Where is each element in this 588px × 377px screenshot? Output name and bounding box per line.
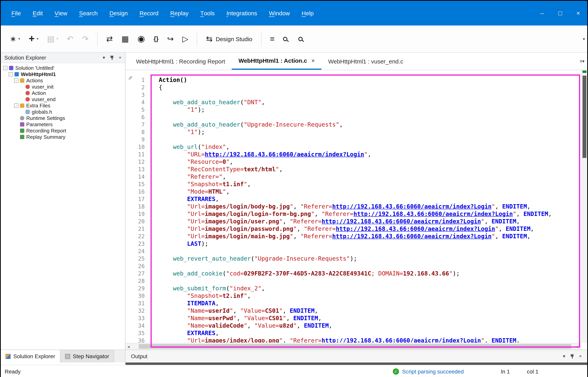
tree-item-globals-h[interactable]: globals.h: [1, 108, 125, 115]
tab-solution-explorer[interactable]: Solution Explorer: [1, 350, 60, 363]
menu-help[interactable]: Help: [296, 1, 320, 25]
step-button[interactable]: ↪: [164, 33, 177, 45]
tree-item-extra-files[interactable]: -Extra Files: [1, 102, 125, 108]
menu-file[interactable]: File: [5, 1, 27, 25]
run-button[interactable]: ▷: [179, 33, 192, 45]
minimize-button[interactable]: –: [533, 1, 551, 25]
tree-item-vuser-end[interactable]: vuser_end: [1, 96, 125, 102]
url-link[interactable]: http://192.168.43.66:6060/aeaicrm/index?…: [205, 151, 364, 158]
collapse-expander-icon[interactable]: -: [3, 66, 7, 70]
code-content[interactable]: -Action(){ web_add_auto_header("DNT", "1…: [159, 76, 580, 342]
tree-item-action[interactable]: Action: [1, 90, 125, 96]
horizontal-scroll-track[interactable]: [132, 343, 575, 350]
close-icon[interactable]: ×: [311, 57, 315, 64]
code-line[interactable]: "Url=images/login/body-bg.jpg", "Referer…: [159, 203, 580, 211]
code-line[interactable]: [159, 114, 580, 121]
close-button[interactable]: ×: [569, 1, 587, 25]
design-studio-button[interactable]: ⇆Design Studio: [202, 33, 256, 45]
recording-options-button[interactable]: ▦: [118, 33, 132, 45]
url-link[interactable]: http://192.168.43.66:6060/aeaicrm/index?…: [353, 211, 513, 217]
menu-tools[interactable]: Tools: [194, 1, 221, 25]
url-link[interactable]: http://192.168.43.66:6060/aeaicrm/index?…: [332, 203, 492, 210]
horizontal-scroll-thumb[interactable]: [139, 344, 571, 349]
code-line[interactable]: web_add_cookie("cod=029FB2F2-370F-46D5-A…: [159, 270, 580, 277]
menu-search[interactable]: Search: [73, 1, 104, 25]
tab-webhttphtml1-action-c[interactable]: WebHttpHtml1 : Action.c×: [232, 53, 322, 70]
code-line[interactable]: "Snapshot=t2.inf",: [159, 292, 580, 300]
scroll-left-arrow-icon[interactable]: ◂: [125, 344, 132, 349]
chevron-down-icon[interactable]: ▾: [37, 37, 38, 41]
tree-item-vuser-init[interactable]: vuser_init: [1, 83, 125, 90]
pin-icon[interactable]: [570, 354, 574, 358]
code-line[interactable]: [159, 277, 580, 285]
code-line[interactable]: ITEMDATA,: [159, 300, 580, 307]
close-icon[interactable]: ×: [119, 55, 121, 60]
menu-window[interactable]: Window: [263, 1, 296, 25]
code-line[interactable]: "Name=userId", "Value=CS01", ENDITEM,: [159, 307, 580, 315]
code-line[interactable]: [159, 263, 580, 270]
code-line[interactable]: "Referer=",: [159, 173, 580, 181]
code-line[interactable]: LAST);: [159, 240, 580, 248]
code-line[interactable]: "Name=valideCode", "Value=u8zd", ENDITEM…: [159, 322, 580, 330]
code-line[interactable]: web_submit_form("index_2",: [159, 285, 580, 292]
code-line[interactable]: web_add_auto_header("Upgrade-Insecure-Re…: [159, 121, 580, 129]
pin-icon[interactable]: [110, 56, 114, 60]
url-link[interactable]: http://192.168.43.66:6060/aeaicrm/index?…: [322, 337, 481, 342]
tab-list-chevron-icon[interactable]: ≡▾: [580, 59, 585, 64]
tree-item-replay-summary[interactable]: Replay Summary: [1, 134, 125, 140]
scroll-right-arrow-icon[interactable]: ▸: [575, 344, 581, 349]
vertical-scroll-thumb[interactable]: [583, 76, 587, 158]
tree-item-parameters[interactable]: Parameters: [1, 121, 125, 127]
code-line[interactable]: "Url=images/login/password.png", "Refere…: [159, 225, 580, 233]
code-line[interactable]: [159, 136, 580, 143]
url-link[interactable]: http://192.168.43.66:6060/aeaicrm/index?…: [336, 225, 495, 232]
tree-item-webhttphtml1[interactable]: -WebHttpHtml1: [1, 71, 125, 77]
collapse-expander-icon[interactable]: -: [14, 78, 18, 82]
undo-button[interactable]: ↶: [63, 33, 77, 45]
menu-replay[interactable]: Replay: [164, 1, 194, 25]
code-line[interactable]: web_revert_auto_header("Upgrade-Insecure…: [159, 255, 580, 263]
menu-record[interactable]: Record: [134, 1, 165, 25]
code-line[interactable]: EXTRARES,: [159, 196, 580, 203]
tab-step-navigator[interactable]: Step Navigator: [60, 350, 114, 363]
redo-button[interactable]: ↷: [78, 33, 92, 45]
menu-edit[interactable]: Edit: [27, 1, 49, 25]
chevron-down-icon[interactable]: ▾: [18, 37, 20, 41]
code-line[interactable]: "Resource=0",: [159, 158, 580, 166]
code-editor[interactable]: ✎ 12345678910111213141516171819202122232…: [125, 70, 587, 350]
code-line[interactable]: "Url=images/login/login-form-bg.png", "R…: [159, 211, 580, 218]
code-line[interactable]: "Name=userPwd", "Value=CS01", ENDITEM,: [159, 315, 580, 322]
chevron-down-icon[interactable]: ▾: [563, 353, 565, 359]
new-script-button[interactable]: ∗▾: [6, 33, 24, 45]
collapse-expander-icon[interactable]: -: [9, 72, 13, 76]
code-line[interactable]: EXTRARES,: [159, 330, 580, 337]
vertical-scrollbar[interactable]: [581, 70, 587, 343]
record-button[interactable]: ◉: [134, 32, 148, 46]
url-link[interactable]: http://192.168.43.66:6060/aeaicrm/index?…: [322, 218, 481, 225]
code-line[interactable]: "Mode=HTML",: [159, 188, 580, 196]
maximize-button[interactable]: □: [551, 1, 569, 25]
code-line[interactable]: "Url=images/login/user.png", "Referer=ht…: [159, 218, 580, 225]
regenerate-script-button[interactable]: ⇄: [103, 33, 117, 45]
chevron-down-icon[interactable]: ▾: [57, 37, 58, 41]
toolbar-overflow-chevron-icon[interactable]: ▾: [583, 37, 585, 41]
tree-item-solution-untitled[interactable]: -Solution 'Untitled': [1, 65, 125, 71]
menu-integrations[interactable]: Integrations: [221, 1, 263, 25]
url-link[interactable]: http://192.168.43.66:6060/aeaicrm/index?…: [332, 233, 492, 240]
outline-button[interactable]: ≡: [266, 33, 278, 45]
code-line[interactable]: "Url=images/index/logo.png", "Referer=ht…: [159, 337, 580, 342]
code-line[interactable]: {: [159, 84, 580, 91]
menu-design[interactable]: Design: [104, 1, 133, 25]
code-line[interactable]: web_add_auto_header("DNT",: [159, 99, 580, 106]
code-line[interactable]: "URL=http://192.168.43.66:6060/aeaicrm/i…: [159, 151, 580, 158]
tab-webhttphtml1-vuser-end-c[interactable]: WebHttpHtml1 : vuser_end.c: [321, 53, 410, 70]
compile-button[interactable]: {}: [150, 33, 162, 44]
tree-item-runtime-settings[interactable]: Runtime Settings: [1, 115, 125, 121]
horizontal-scrollbar[interactable]: ◂ ▸: [125, 343, 581, 350]
code-line[interactable]: "RecContentType=text/html",: [159, 166, 580, 173]
code-line[interactable]: -Action(): [159, 76, 580, 84]
code-line[interactable]: web_url("index",: [159, 143, 580, 151]
code-line[interactable]: "1");: [159, 129, 580, 136]
tree-item-actions[interactable]: -Actions: [1, 77, 125, 83]
code-line[interactable]: [159, 91, 580, 99]
